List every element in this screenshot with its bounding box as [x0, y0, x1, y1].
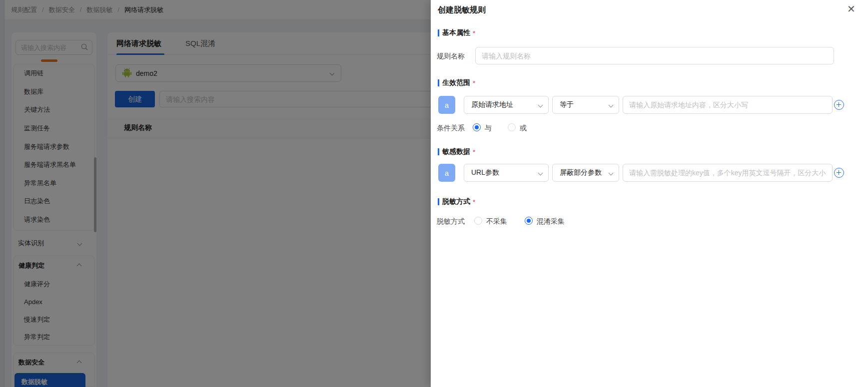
- section-title: 敏感数据: [442, 147, 470, 156]
- section-scope: 生效范围 *: [438, 78, 475, 87]
- condition-relation-label: 条件关系: [437, 124, 465, 133]
- sensitive-keys-input[interactable]: [623, 164, 833, 182]
- radio-no-collect[interactable]: [474, 217, 482, 225]
- chevron-down-icon: [609, 170, 614, 175]
- chevron-down-icon: [538, 102, 543, 107]
- sensitive-field-select[interactable]: URL参数: [464, 164, 549, 182]
- section-title: 生效范围: [442, 78, 470, 87]
- radio-mix-collect[interactable]: [525, 217, 533, 225]
- required-mark: *: [473, 198, 475, 206]
- condition-badge: a: [438, 96, 455, 114]
- section-accent-bar: [438, 29, 439, 36]
- select-value: 原始请求地址: [471, 100, 513, 109]
- select-value: 屏蔽部分参数: [560, 168, 602, 177]
- select-value: 等于: [560, 100, 574, 109]
- scope-operator-select[interactable]: 等于: [552, 96, 619, 114]
- app-page: 规则配置 / 数据安全 / 数据脱敏 / 网络请求脱敏 调用链 数据库 关键方法…: [0, 0, 868, 387]
- section-sensitive-data: 敏感数据 *: [438, 147, 475, 156]
- drawer-title: 创建脱敏规则: [438, 5, 486, 15]
- section-title: 脱敏方式: [442, 197, 470, 206]
- masking-method-label: 脱敏方式: [437, 217, 465, 226]
- required-mark: *: [473, 29, 475, 37]
- sensitive-operator-select[interactable]: 屏蔽部分参数: [552, 164, 619, 182]
- radio-and[interactable]: [473, 123, 481, 131]
- radio-dot: [527, 219, 531, 223]
- add-condition-icon[interactable]: [834, 100, 844, 110]
- close-icon[interactable]: ✕: [847, 4, 856, 14]
- section-accent-bar: [438, 79, 439, 86]
- add-sensitive-icon[interactable]: [834, 168, 844, 178]
- radio-and-label[interactable]: 与: [485, 124, 492, 133]
- radio-mix-collect-label[interactable]: 混淆采集: [537, 217, 565, 226]
- condition-badge: a: [438, 164, 455, 182]
- section-basic-props: 基本属性 *: [438, 28, 475, 37]
- scope-value-input[interactable]: [623, 96, 833, 114]
- chevron-down-icon: [538, 170, 543, 175]
- radio-dot: [475, 125, 479, 129]
- required-mark: *: [473, 148, 475, 156]
- section-accent-bar: [438, 198, 439, 205]
- rule-name-label: 规则名称: [437, 52, 465, 61]
- radio-or-label[interactable]: 或: [520, 124, 527, 133]
- section-masking-method: 脱敏方式 *: [438, 197, 475, 206]
- chevron-down-icon: [609, 102, 614, 107]
- required-mark: *: [473, 79, 475, 87]
- radio-no-collect-label[interactable]: 不采集: [486, 217, 507, 226]
- rule-name-input[interactable]: [475, 47, 834, 64]
- scope-field-select[interactable]: 原始请求地址: [464, 96, 549, 114]
- select-value: URL参数: [471, 168, 499, 177]
- section-title: 基本属性: [442, 28, 470, 37]
- section-accent-bar: [438, 148, 439, 155]
- radio-or[interactable]: [508, 123, 516, 131]
- create-rule-drawer: 创建脱敏规则 ✕ 基本属性 * 规则名称 生效范围 * a 原始请求地址 等于 …: [431, 0, 868, 387]
